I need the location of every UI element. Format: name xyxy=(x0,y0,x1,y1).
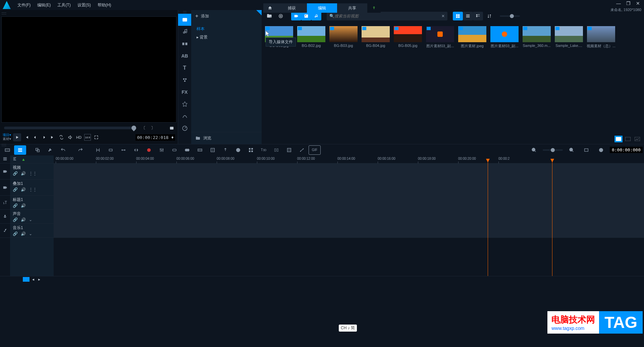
snapshot-icon[interactable] xyxy=(168,125,175,131)
panel-grip-icon[interactable]: :::::::: xyxy=(1,11,176,15)
tab-edit[interactable]: 编辑 xyxy=(307,3,337,13)
tree-sample[interactable]: 样本 xyxy=(197,25,256,33)
tlbtn-track-motion[interactable] xyxy=(232,145,244,155)
sidetab-fx[interactable]: FX xyxy=(178,86,191,98)
maximize-button[interactable]: ❐ xyxy=(625,0,632,7)
lock-icon[interactable]: ⋮⋮ xyxy=(29,187,34,192)
tlbtn-slip[interactable] xyxy=(105,145,117,155)
timeline-timecode[interactable]: 0:00:00:000 xyxy=(610,147,643,153)
media-item[interactable]: BG-B02.jpg xyxy=(297,26,326,49)
go-start-icon[interactable] xyxy=(23,134,30,141)
menu-tools[interactable]: 工具(T) xyxy=(55,1,73,9)
scroll-left-icon[interactable]: ◂ xyxy=(31,277,36,282)
track-row[interactable] xyxy=(54,196,644,210)
link-icon[interactable]: 🔗 xyxy=(13,217,17,222)
scroll-right-icon[interactable]: ▸ xyxy=(37,277,42,282)
track-type-overlay[interactable] xyxy=(0,180,10,196)
tlbtn-timeremapping[interactable] xyxy=(296,145,308,155)
panel-grip-icon[interactable]: :::::::: xyxy=(1,143,6,147)
menu-help[interactable]: 帮助(H) xyxy=(95,1,114,9)
minimize-button[interactable]: — xyxy=(615,0,622,7)
browse-button[interactable]: 浏览 xyxy=(191,132,262,144)
mute-icon[interactable]: 🔊 xyxy=(21,203,25,208)
track-options-icon[interactable] xyxy=(13,156,17,162)
volume-icon[interactable] xyxy=(67,134,73,141)
tlbtn-tools[interactable] xyxy=(44,145,56,155)
zoom-fit-icon[interactable] xyxy=(580,145,592,155)
link-icon[interactable]: 🔗 xyxy=(13,171,17,176)
preview-timecode[interactable]: 00:00:22:018 ♦ xyxy=(136,134,175,141)
add-track-icon[interactable]: ▲ xyxy=(21,157,25,162)
tlbtn-subtitle[interactable] xyxy=(194,145,206,155)
media-item[interactable]: 图片素材03_副... xyxy=(425,26,455,49)
track-header[interactable]: 叠加1🔗🔊⋮⋮ xyxy=(10,180,54,196)
add-folder-button[interactable]: + 添加 xyxy=(191,10,262,22)
sidetab-text[interactable]: T xyxy=(178,62,191,74)
search-input[interactable] xyxy=(334,14,441,18)
import-button[interactable] xyxy=(264,12,274,20)
track-header[interactable]: 音乐1🔗🔊⌄ xyxy=(10,224,54,238)
tlbtn-replace[interactable] xyxy=(32,145,44,155)
track-row[interactable] xyxy=(54,163,644,180)
footer-panel-2[interactable] xyxy=(624,136,632,142)
view-list[interactable] xyxy=(463,12,473,20)
mark-out-icon[interactable]: 〕 xyxy=(150,125,156,131)
media-item[interactable]: Sample_Lake.... xyxy=(554,26,584,49)
preview-seek-slider[interactable] xyxy=(4,127,136,129)
track-type-voice[interactable] xyxy=(0,210,10,224)
tab-upload[interactable] xyxy=(367,3,381,13)
track-header[interactable]: 标题1🔗🔊 xyxy=(10,196,54,210)
track-header[interactable]: 视频🔗🔊⋮⋮ xyxy=(10,163,54,180)
preview-viewport[interactable] xyxy=(1,16,176,123)
thumbnail-size-slider[interactable] xyxy=(500,15,520,17)
tlbtn-slide[interactable] xyxy=(130,145,142,155)
prev-frame-icon[interactable] xyxy=(32,134,39,141)
zoom-project-icon[interactable] xyxy=(595,145,607,155)
tab-share[interactable]: 共享 xyxy=(337,3,367,13)
ime-indicator[interactable]: CH ♪ 简 xyxy=(339,325,357,332)
link-icon[interactable]: 🔗 xyxy=(13,231,17,236)
track-row[interactable] xyxy=(54,180,644,196)
tlbtn-grid[interactable] xyxy=(207,145,219,155)
filter-photo[interactable] xyxy=(301,12,311,20)
tlbtn-undo[interactable] xyxy=(57,145,69,155)
capture-button[interactable] xyxy=(276,12,286,20)
media-item[interactable]: 图片素材03_副... xyxy=(490,26,519,49)
mute-icon[interactable]: 🔊 xyxy=(21,171,25,176)
menu-file[interactable]: 文件(F) xyxy=(15,1,33,9)
mark-in-icon[interactable]: 〔 xyxy=(140,125,147,131)
tlbtn-chapters[interactable] xyxy=(181,145,193,155)
hd-toggle[interactable]: HD xyxy=(75,134,82,141)
sidetab-title[interactable]: AB xyxy=(178,50,191,62)
sidetab-speed[interactable] xyxy=(178,122,191,134)
chevron-down-icon[interactable]: ⌄ xyxy=(29,217,34,222)
mute-icon[interactable]: 🔊 xyxy=(21,217,25,222)
tlbtn-mixer[interactable] xyxy=(156,145,168,155)
tree-background[interactable]: ▸ 背景 xyxy=(197,33,256,42)
track-row[interactable] xyxy=(54,210,644,224)
media-item[interactable]: Sample_360.m... xyxy=(522,26,551,49)
footer-panel-3[interactable] xyxy=(633,136,641,142)
panel-grip-icon[interactable]: :::::: xyxy=(178,10,191,14)
chevron-down-icon[interactable]: ⌄ xyxy=(29,231,34,236)
tlbtn-pan-zoom[interactable] xyxy=(283,145,295,155)
clear-search-icon[interactable]: ✕ xyxy=(441,14,445,18)
menu-settings[interactable]: 设置(S) xyxy=(75,1,94,9)
sidetab-color[interactable] xyxy=(178,98,191,110)
tlbtn-gif[interactable]: GIF xyxy=(309,145,321,155)
play-button[interactable] xyxy=(13,133,21,141)
track-type-music[interactable] xyxy=(0,224,10,238)
track-menu-icon[interactable] xyxy=(3,156,7,162)
media-item[interactable]: BG-B05.jpg xyxy=(393,26,423,49)
sidetab-motion[interactable] xyxy=(178,110,191,122)
mute-icon[interactable]: 🔊 xyxy=(21,231,25,236)
link-icon[interactable]: 🔗 xyxy=(13,187,17,192)
tab-home[interactable] xyxy=(263,3,277,13)
tlbtn-mask[interactable] xyxy=(270,145,282,155)
track-type-title[interactable]: ₁T xyxy=(0,196,10,210)
split-icon[interactable] xyxy=(159,125,166,131)
go-end-icon[interactable] xyxy=(49,134,56,141)
view-thumbnails[interactable] xyxy=(453,12,463,20)
tlbtn-marker[interactable] xyxy=(219,145,231,155)
media-item[interactable]: BG-B03.jpg xyxy=(329,26,358,49)
